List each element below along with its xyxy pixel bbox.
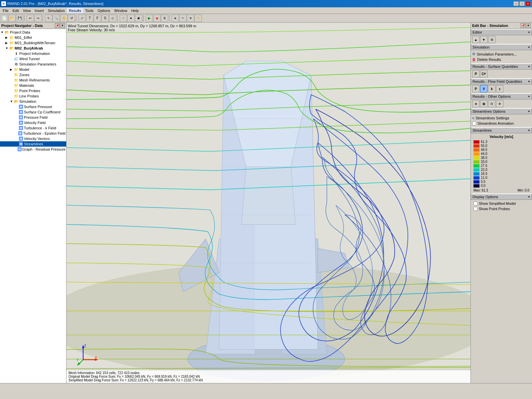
slice-button[interactable]: ⊟ xyxy=(488,100,495,107)
maximize-button[interactable]: □ xyxy=(519,1,525,6)
streamlines-options-header[interactable]: Streamlines Options ▼ xyxy=(471,108,532,114)
tree-item-zones[interactable]: 📁Zones xyxy=(0,72,66,77)
tree-item-pressure-field[interactable]: Pressure Field xyxy=(0,115,66,120)
menu-edit[interactable]: Edit xyxy=(11,8,21,13)
menu-tools[interactable]: Tools xyxy=(83,8,96,13)
toolbar-zoom[interactable]: 🔍 xyxy=(53,15,60,22)
tree-item-project-data[interactable]: ▼📂Project Data xyxy=(0,30,66,35)
minimize-button[interactable]: ─ xyxy=(513,1,519,6)
sim-params-row[interactable]: ⚙ Simulation Parameters... xyxy=(472,51,531,57)
toolbar-sim-run[interactable]: ▶ xyxy=(146,15,153,22)
toolbar-open[interactable]: 📂 xyxy=(8,15,16,22)
simulation-section-header[interactable]: Simulation ▼ xyxy=(471,44,532,50)
editor-section-header[interactable]: Editor ▼ xyxy=(471,29,532,35)
tree-item-streamlines[interactable]: Streamlines xyxy=(0,141,66,147)
tree-item-velocity-vectors[interactable]: Velocity Vectors xyxy=(0,136,66,141)
toolbar-redo[interactable]: ↪ xyxy=(34,15,42,22)
toolbar-front[interactable]: F xyxy=(94,15,101,22)
toolbar-probe[interactable]: ⊕ xyxy=(187,15,194,22)
right-panel-pin[interactable]: 📌 xyxy=(521,23,525,28)
tree-item-velocity-field[interactable]: Velocity Field xyxy=(0,120,66,125)
legend-row-8: 22.0 xyxy=(473,168,487,172)
other-options-header[interactable]: Results - Other Options ▼ xyxy=(471,93,532,99)
toolbar-sim-pause[interactable]: ⏸ xyxy=(161,15,168,22)
tree-item-simulation[interactable]: ▼📂Simulation xyxy=(0,99,66,104)
flow-v-button[interactable]: V xyxy=(480,85,487,92)
flow-p-button[interactable]: P xyxy=(472,85,479,92)
tree-item-turbulence---epsilon-field[interactable]: Turbulence - Epsilon Field xyxy=(0,131,66,136)
show-simplified-checkbox[interactable] xyxy=(473,201,477,205)
close-button[interactable]: ✕ xyxy=(525,1,531,6)
tree-item-surface-pressure[interactable]: Surface Pressure xyxy=(0,104,66,109)
toolbar-side[interactable]: S xyxy=(101,15,109,22)
tree-item-materials[interactable]: 📁Materials xyxy=(0,83,66,88)
toolbar-wireframe[interactable]: □ xyxy=(120,15,127,22)
toolbar-new[interactable]: 📄 xyxy=(1,15,8,22)
display-options-header[interactable]: Display Options ▼ xyxy=(471,194,532,200)
right-panel-close[interactable]: ✕ xyxy=(526,23,531,28)
tree-item-wind-tunnel[interactable]: 💨Wind Tunnel xyxy=(0,56,66,62)
streamlines-legend-header[interactable]: Streamlines ▼ xyxy=(471,127,532,133)
streamlines-animation-row[interactable]: Streamlines Animation xyxy=(472,121,531,126)
toolbar-pan[interactable]: ✋ xyxy=(60,15,67,22)
tree-item-m01_eiffel[interactable]: ▶📁M01_Eiffel xyxy=(0,35,66,40)
surface-cp-button[interactable]: CP xyxy=(480,70,487,77)
probe-button[interactable]: ⊕ xyxy=(496,100,503,107)
show-point-probes-row[interactable]: Show Point Probes xyxy=(472,206,531,211)
contour-button[interactable]: ▦ xyxy=(480,100,487,107)
display-options-content: Show Simplified Model Show Point Probes xyxy=(471,200,532,212)
tree-item-line-probes[interactable]: 📁Line Probes xyxy=(0,93,66,99)
toolbar-save[interactable]: 💾 xyxy=(16,15,23,22)
tree-item-m02_burjalarab[interactable]: ▼📂M02_BurjAlArab xyxy=(0,46,66,51)
tree-item-simulation-parameters[interactable]: ⚙Simulation Parameters xyxy=(0,62,66,67)
editor-btn-1[interactable]: ▲ xyxy=(472,36,479,43)
flow-k-button[interactable]: k xyxy=(488,85,495,92)
surface-quantities-header[interactable]: Results - Surface Quantities ▼ xyxy=(471,63,532,69)
toolbar-fit[interactable]: ⤢ xyxy=(78,15,86,22)
menu-window[interactable]: Window xyxy=(112,8,129,13)
tree-item-m21_buildingwithterrain[interactable]: ▶📁M21_BuildingWithTerrain xyxy=(0,40,66,46)
toolbar-sim-stop[interactable]: ■ xyxy=(153,15,161,22)
show-point-probes-checkbox[interactable] xyxy=(473,207,477,211)
panel-header-controls[interactable]: 📌 ✕ xyxy=(55,23,65,28)
tree-item-project-information[interactable]: ℹProject Information xyxy=(0,51,66,56)
tree-item-point-probes[interactable]: 📁Point Probes xyxy=(0,88,66,93)
show-simplified-row[interactable]: Show Simplified Model xyxy=(472,201,531,206)
toolbar-iso[interactable]: ◇ xyxy=(109,15,116,22)
tree-item-turbulence---k-field[interactable]: Turbulence - k Field xyxy=(0,125,66,131)
panel-pin-button[interactable]: 📌 xyxy=(55,23,60,28)
tree-item-graph---residual-pressure[interactable]: Graph - Residual Pressure xyxy=(0,147,66,152)
menu-view[interactable]: View xyxy=(21,8,33,13)
tree-item-model[interactable]: ▶📁Model xyxy=(0,67,66,72)
flow-field-header[interactable]: Results - Flow Field Quantities ▼ xyxy=(471,78,532,84)
delete-results-row[interactable]: 🗑 Delete Results xyxy=(472,57,531,62)
toolbar-undo[interactable]: ↩ xyxy=(27,15,34,22)
toolbar-top[interactable]: T xyxy=(86,15,93,22)
menu-options[interactable]: Options xyxy=(96,8,112,13)
streamlines-settings-row[interactable]: ≡ Streamlines Settings xyxy=(472,115,531,121)
iso-button[interactable]: ◈ xyxy=(472,100,479,107)
toolbar-clip[interactable]: ✂ xyxy=(179,15,187,22)
viewport[interactable]: Wind Tunnel Dimensions: Dx = 1522.629 m,… xyxy=(66,23,470,383)
menu-results[interactable]: Results xyxy=(67,8,83,13)
surface-p-button[interactable]: P xyxy=(472,70,479,77)
toolbar-select[interactable]: ↖ xyxy=(45,15,52,22)
tree-item-surface-cp-coefficient[interactable]: Surface Cp Coefficient xyxy=(0,109,66,115)
editor-btn-2[interactable]: ▼ xyxy=(480,36,487,43)
toolbar-measure[interactable]: 📏 xyxy=(195,15,202,22)
title-bar-controls[interactable]: ─ □ ✕ xyxy=(513,1,531,6)
menu-insert[interactable]: Insert xyxy=(33,8,46,13)
menu-file[interactable]: File xyxy=(1,8,11,13)
toolbar-shade[interactable]: ▣ xyxy=(135,15,142,22)
tree-item-mesh-refinements[interactable]: 📁Mesh Refinements xyxy=(0,77,66,83)
toolbar-solid[interactable]: ■ xyxy=(127,15,135,22)
streamlines-animation-checkbox[interactable] xyxy=(472,121,476,125)
viewport-svg[interactable] xyxy=(66,23,470,383)
toolbar-rotate[interactable]: ↺ xyxy=(68,15,75,22)
menu-help[interactable]: Help xyxy=(129,8,141,13)
flow-e-button[interactable]: ε xyxy=(496,85,503,92)
menu-simulation[interactable]: Simulation xyxy=(46,8,67,13)
editor-btn-3[interactable]: ⚙ xyxy=(488,36,495,43)
toolbar-surface[interactable]: ◈ xyxy=(172,15,179,22)
panel-close-button[interactable]: ✕ xyxy=(60,23,65,28)
